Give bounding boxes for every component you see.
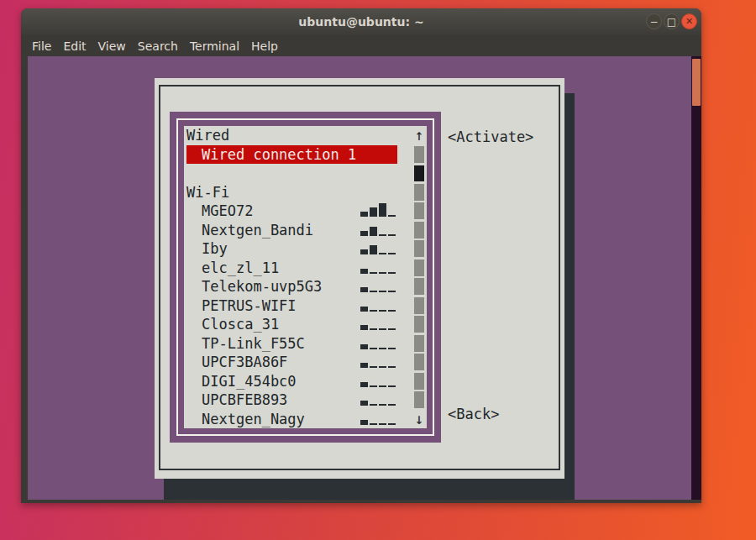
listbox-scrollbar-track[interactable] xyxy=(414,391,424,408)
section-label: Wi-Fi xyxy=(186,183,229,202)
connection-label: TP-Link_F55C xyxy=(186,334,305,353)
activate-button[interactable]: <Activate> xyxy=(448,128,533,145)
close-button[interactable]: ✕ xyxy=(681,13,697,29)
connection-label: UPCBFEB893 xyxy=(186,391,287,409)
listbox-scrollbar-track[interactable] xyxy=(414,184,424,201)
row-main: Wired xyxy=(186,126,397,145)
row-main[interactable]: Iby xyxy=(186,239,397,259)
back-button[interactable]: <Back> xyxy=(448,406,499,422)
menubar: File Edit View Search Terminal Help xyxy=(21,35,701,56)
terminal-window: ubuntu@ubuntu: ~ − □ ✕ File Edit View Se… xyxy=(21,8,701,503)
connection-row[interactable]: elc_zl_11 xyxy=(184,259,427,278)
connection-row[interactable]: Closca_31 xyxy=(184,315,427,334)
signal-strength-icon xyxy=(360,354,397,370)
window-controls: − □ ✕ xyxy=(646,13,697,29)
signal-strength-icon xyxy=(360,335,397,352)
signal-strength-icon xyxy=(360,240,397,257)
connection-row[interactable]: Telekom-uvp5G3 xyxy=(184,277,427,296)
connection-label: UPCF3BA86F xyxy=(186,353,287,371)
row-main[interactable]: DIGI_454bc0 xyxy=(186,372,397,391)
signal-strength-icon xyxy=(360,278,397,295)
scrollbar-down-arrow[interactable]: ↓ xyxy=(415,412,424,427)
menu-view[interactable]: View xyxy=(92,38,132,55)
maximize-button[interactable]: □ xyxy=(664,13,680,29)
signal-strength-icon xyxy=(360,373,397,390)
signal-strength-icon xyxy=(360,316,397,333)
listbox-scrollbar-track[interactable] xyxy=(414,240,424,257)
connection-row[interactable]: DIGI_454bc0 xyxy=(184,372,427,391)
row-main[interactable]: UPCF3BA86F xyxy=(186,353,397,372)
section-header-row: Wi-Fi xyxy=(184,183,427,202)
menu-search[interactable]: Search xyxy=(132,38,184,55)
connection-label: DIGI_454bc0 xyxy=(186,372,297,391)
section-label: Wired xyxy=(186,126,229,144)
terminal-content-area: Wired↑Wired connection 1Wi-FiMGEO72Nextg… xyxy=(28,56,691,500)
row-main[interactable]: UPCBFEB893 xyxy=(186,391,397,410)
signal-strength-icon xyxy=(360,411,397,427)
connection-label: Iby xyxy=(186,239,228,258)
listbox-scrollbar-track[interactable] xyxy=(414,354,424,370)
section-header-row: Wired↑ xyxy=(184,126,427,145)
menu-file[interactable]: File xyxy=(26,38,57,55)
scrollbar-up-arrow[interactable]: ↑ xyxy=(415,128,424,143)
signal-strength-icon xyxy=(360,391,397,408)
connection-list: Wired↑Wired connection 1Wi-FiMGEO72Nextg… xyxy=(184,126,427,428)
signal-strength-icon xyxy=(360,222,397,239)
terminal-scrollbar[interactable] xyxy=(691,56,701,500)
connection-label: MGEO72 xyxy=(186,202,253,220)
connection-label: Telekom-uvp5G3 xyxy=(186,277,322,296)
signal-strength-icon xyxy=(360,202,397,219)
row-main[interactable]: Telekom-uvp5G3 xyxy=(186,277,397,296)
row-main[interactable]: Nextgen_Bandi xyxy=(186,221,397,240)
connection-label: Closca_31 xyxy=(186,315,279,333)
connection-listbox: Wired↑Wired connection 1Wi-FiMGEO72Nextg… xyxy=(170,112,441,443)
titlebar[interactable]: ubuntu@ubuntu: ~ − □ ✕ xyxy=(21,8,701,35)
row-main[interactable]: Nextgen_Nagy xyxy=(186,410,397,429)
connection-row[interactable]: UPCF3BA86F xyxy=(184,353,427,372)
listbox-scrollbar-track[interactable] xyxy=(414,260,424,276)
listbox-scrollbar-track[interactable] xyxy=(414,222,424,239)
selected-connection[interactable]: Wired connection 1 xyxy=(186,145,397,165)
connection-label: Nextgen_Bandi xyxy=(186,221,313,239)
connection-row[interactable]: MGEO72 xyxy=(184,202,427,221)
listbox-scrollbar-track[interactable] xyxy=(414,202,424,219)
window-title: ubuntu@ubuntu: ~ xyxy=(21,8,701,35)
connection-row[interactable]: Wired connection 1 xyxy=(184,145,427,165)
listbox-scrollbar-track[interactable] xyxy=(414,278,424,295)
connection-label: elc_zl_11 xyxy=(186,259,279,277)
connection-row[interactable]: Nextgen_Nagy↓ xyxy=(184,410,427,429)
connection-row[interactable]: Nextgen_Bandi xyxy=(184,221,427,240)
listbox-scrollbar-track[interactable] xyxy=(414,146,424,163)
row-main xyxy=(186,164,397,183)
row-main[interactable]: TP-Link_F55C xyxy=(186,334,397,354)
listbox-scrollbar-track[interactable] xyxy=(414,373,424,390)
row-main[interactable]: PETRUS-WIFI xyxy=(186,296,397,316)
connection-row[interactable]: PETRUS-WIFI xyxy=(184,296,427,316)
menu-terminal[interactable]: Terminal xyxy=(184,38,245,55)
connection-label: PETRUS-WIFI xyxy=(186,296,297,315)
signal-strength-icon xyxy=(360,297,397,314)
blank-row xyxy=(184,164,427,183)
row-main: Wi-Fi xyxy=(186,183,397,202)
row-main[interactable]: elc_zl_11 xyxy=(186,259,397,278)
signal-strength-icon xyxy=(360,260,397,276)
row-main[interactable]: MGEO72 xyxy=(186,202,397,221)
listbox-scrollbar-track[interactable] xyxy=(414,297,424,314)
menu-edit[interactable]: Edit xyxy=(57,38,92,55)
connection-row[interactable]: Iby xyxy=(184,239,427,259)
listbox-scrollbar-thumb[interactable] xyxy=(414,165,424,181)
connection-row[interactable]: TP-Link_F55C xyxy=(184,334,427,354)
terminal-scrollbar-thumb[interactable] xyxy=(692,59,701,106)
nmtui-dialog: Wired↑Wired connection 1Wi-FiMGEO72Nextg… xyxy=(155,78,564,479)
connection-row[interactable]: UPCBFEB893 xyxy=(184,391,427,410)
listbox-scrollbar-track[interactable] xyxy=(414,335,424,352)
menu-help[interactable]: Help xyxy=(245,38,284,55)
connection-label: Nextgen_Nagy xyxy=(186,410,305,428)
minimize-button[interactable]: − xyxy=(646,13,662,29)
listbox-scrollbar-track[interactable] xyxy=(414,316,424,333)
row-main[interactable]: Closca_31 xyxy=(186,315,397,334)
connection-label: Wired connection 1 xyxy=(186,145,356,164)
desktop-background: ubuntu@ubuntu: ~ − □ ✕ File Edit View Se… xyxy=(0,0,756,540)
